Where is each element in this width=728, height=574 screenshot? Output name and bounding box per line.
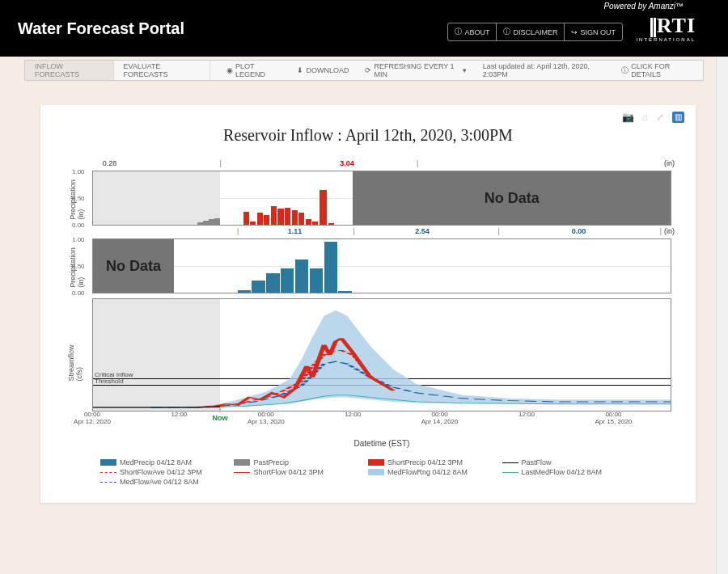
expand-icon[interactable]: ⤢ bbox=[656, 112, 664, 123]
home-icon[interactable]: ⌂ bbox=[642, 112, 648, 123]
info-icon: ⓘ bbox=[455, 27, 462, 37]
chart-title: Reservoir Inflow : April 12th, 2020, 3:0… bbox=[57, 126, 679, 145]
signout-button[interactable]: ↪SIGN OUT bbox=[564, 23, 623, 41]
about-button[interactable]: ⓘABOUT bbox=[447, 23, 497, 41]
precip-panel-1: 0.00 0.50 1.00 No Data bbox=[92, 171, 671, 226]
info-icon: ⓘ bbox=[503, 27, 510, 37]
legend-item: PastPrecip bbox=[234, 458, 368, 467]
refresh-dropdown[interactable]: ⟳REFRESHING EVERY 1 MIN ▾ bbox=[357, 62, 474, 78]
details-button[interactable]: ⓘCLICK FOR DETAILS bbox=[613, 62, 703, 78]
x-axis: 00:00Apr 12, 2020 12:00 00:00Apr 13, 202… bbox=[92, 412, 671, 436]
svg-marker-0 bbox=[150, 310, 671, 408]
ylabel-streamflow: Streamflow(cfs) bbox=[67, 344, 83, 381]
camera-icon[interactable]: 📷 bbox=[622, 112, 634, 123]
rti-logo: RTI INTERNATIONAL bbox=[636, 18, 696, 42]
legend-item: ShortPrecip 04/12 3PM bbox=[368, 458, 502, 467]
disclaimer-button[interactable]: ⓘDISCLAIMER bbox=[496, 23, 565, 41]
header: Powered by Amanzi™ Water Forecast Portal… bbox=[0, 0, 728, 57]
chart-card: 📷 ⌂ ⤢ ▥ Reservoir Inflow : April 12th, 2… bbox=[40, 105, 696, 503]
refresh-icon: ⟳ bbox=[365, 66, 371, 74]
signout-icon: ↪ bbox=[571, 28, 578, 36]
legend: MedPrecip 04/12 8AMPastPrecipShortPrecip… bbox=[100, 458, 636, 487]
download-icon: ⬇ bbox=[297, 66, 303, 74]
scrollbar[interactable] bbox=[716, 0, 728, 574]
legend-item: MedFlowRng 04/12 8AM bbox=[368, 467, 502, 477]
tab-inflow-forecasts[interactable]: INFLOW FORECASTS bbox=[25, 61, 114, 80]
annot-short-total: 3.04 bbox=[340, 159, 354, 167]
info-icon: ⓘ bbox=[621, 65, 629, 76]
annot-past-total: 0.28 bbox=[103, 159, 117, 167]
precip-panel-2: 0.00 0.50 1.00 No Data bbox=[92, 238, 671, 293]
legend-item: MedPrecip 04/12 8AM bbox=[100, 458, 235, 467]
plot-legend-button[interactable]: ◉PLOT LEGEND bbox=[218, 62, 290, 78]
toolbar: INFLOW FORECASTS EVALUATE FORECASTS ◉PLO… bbox=[24, 60, 704, 81]
tab-evaluate-forecasts[interactable]: EVALUATE FORECASTS bbox=[114, 61, 210, 80]
legend-item: ShortFlowAve 04/12 3PM bbox=[100, 467, 235, 477]
download-button[interactable]: ⬇DOWNLOAD bbox=[289, 66, 357, 74]
streamflow-panel: 5,000 10,000 15,000 Critical Inflow Thre… bbox=[92, 298, 671, 412]
legend-item: MedFlowAve 04/12 8AM bbox=[100, 477, 235, 487]
x-axis-label: Datetime (EST) bbox=[92, 439, 671, 448]
chevron-down-icon: ▾ bbox=[463, 66, 467, 74]
last-updated: Last updated at: April 12th, 2020, 2:03P… bbox=[475, 62, 613, 78]
circle-icon: ◉ bbox=[226, 66, 233, 74]
bars-icon[interactable]: ▥ bbox=[672, 112, 684, 123]
legend-item: LastMedFlow 04/12 8AM bbox=[502, 467, 637, 477]
legend-item: ShortFlow 04/12 3PM bbox=[234, 467, 368, 477]
powered-by: Powered by Amanzi™ bbox=[603, 2, 684, 11]
legend-item: PastFlow bbox=[502, 458, 637, 467]
